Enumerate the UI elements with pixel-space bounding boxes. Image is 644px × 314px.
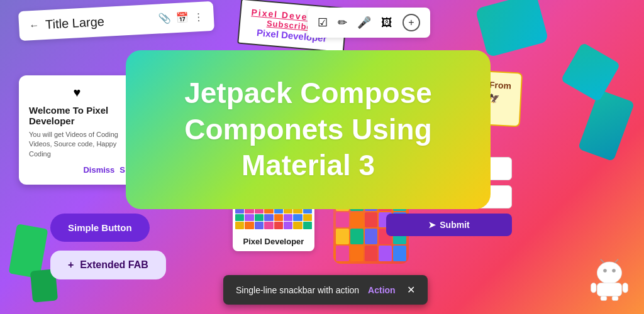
snackbar-close-button[interactable]: ✕ (407, 284, 415, 296)
submit-button[interactable]: ➤ Submit (386, 214, 512, 236)
heart-icon: ♥ (29, 85, 125, 100)
back-icon[interactable]: ← (29, 19, 40, 31)
color-pixel (365, 229, 378, 244)
add-icon-button[interactable]: + (402, 14, 420, 31)
extended-fab-container: + Extended FAB (50, 251, 166, 279)
svg-rect-8 (601, 296, 607, 301)
pixel-cell (293, 222, 302, 229)
pixel-cell (255, 222, 264, 229)
pixel-cell (245, 222, 253, 229)
pixel-cell (293, 214, 302, 222)
subscribe-button[interactable]: S (119, 165, 125, 175)
color-pixel (350, 212, 364, 228)
svg-rect-6 (591, 283, 596, 293)
submit-label: Submit (440, 220, 469, 230)
snackbar-action-button[interactable]: Action (368, 285, 396, 295)
android-robot (587, 257, 631, 301)
pixel-dev-label: Pixel Developer (233, 232, 314, 251)
snackbar-message: Single-line snackbar with action (236, 285, 359, 295)
app-bar-icons: 📎 📅 ⋮ (158, 11, 204, 25)
pixel-cell (284, 214, 292, 222)
dismiss-button[interactable]: Dismiss (83, 165, 114, 175)
fab-plus-icon: + (68, 259, 74, 271)
color-pixel (350, 229, 364, 244)
pixel-cell (255, 214, 264, 222)
hero-title: Jetpack Compose Componets Using Material… (157, 75, 459, 184)
calendar-icon[interactable]: 📅 (175, 11, 189, 24)
pixel-cell (235, 222, 244, 229)
mic-icon[interactable]: 🎤 (357, 16, 371, 30)
snackbar: Single-line snackbar with action Action … (223, 275, 428, 305)
color-pixel (336, 229, 349, 244)
svg-line-4 (614, 259, 618, 263)
bg-shape-teal2 (578, 90, 635, 161)
bg-shape-teal3 (560, 42, 621, 102)
svg-point-0 (597, 262, 621, 284)
pixel-cell (245, 214, 253, 222)
edit-icon[interactable]: ✏ (338, 16, 347, 30)
app-bar-title: Title Large (45, 12, 153, 32)
clip-icon[interactable]: 📎 (158, 12, 171, 24)
extended-fab-button[interactable]: + Extended FAB (50, 251, 166, 279)
pixel-cell (264, 214, 273, 222)
color-pixel (336, 212, 349, 228)
svg-point-1 (603, 269, 607, 273)
submit-icon: ➤ (428, 220, 436, 230)
svg-rect-5 (597, 283, 621, 296)
color-pixel (365, 246, 378, 261)
svg-line-3 (601, 259, 604, 263)
center-hero-card: Jetpack Compose Componets Using Material… (126, 50, 491, 209)
icons-bar: ☑ ✏ 🎤 🖼 + (308, 8, 430, 38)
welcome-card: ♥ Welcome To Pixel Developer You will ge… (19, 75, 135, 185)
svg-rect-9 (612, 296, 618, 301)
color-pixel (336, 246, 349, 261)
pixel-cell (274, 214, 283, 222)
pixel-cell (303, 214, 312, 222)
color-pixel (393, 246, 406, 261)
more-icon[interactable]: ⋮ (193, 11, 204, 23)
pixel-cell (235, 214, 244, 222)
checkbox-icon[interactable]: ☑ (318, 16, 328, 30)
welcome-body: You will get Videos of Coding Videos, So… (29, 130, 125, 159)
bg-shape-teal (475, 0, 548, 58)
welcome-title: Welcome To Pixel Developer (29, 105, 125, 126)
simple-button[interactable]: Simple Button (50, 214, 150, 242)
simple-button-container: Simple Button (50, 214, 150, 242)
app-bar: ← Title Large 📎 📅 ⋮ (18, 1, 214, 41)
image-icon[interactable]: 🖼 (381, 16, 392, 30)
pixel-cell (284, 222, 292, 229)
color-pixel (365, 212, 378, 228)
color-pixel (379, 246, 392, 261)
pixel-cell (274, 222, 283, 229)
color-pixel (350, 246, 364, 261)
fab-label: Extended FAB (80, 259, 148, 271)
svg-rect-7 (623, 283, 628, 293)
pixel-cell (264, 222, 273, 229)
pixel-cell (303, 222, 312, 229)
welcome-actions: Dismiss S (29, 165, 125, 175)
svg-point-2 (612, 269, 616, 273)
